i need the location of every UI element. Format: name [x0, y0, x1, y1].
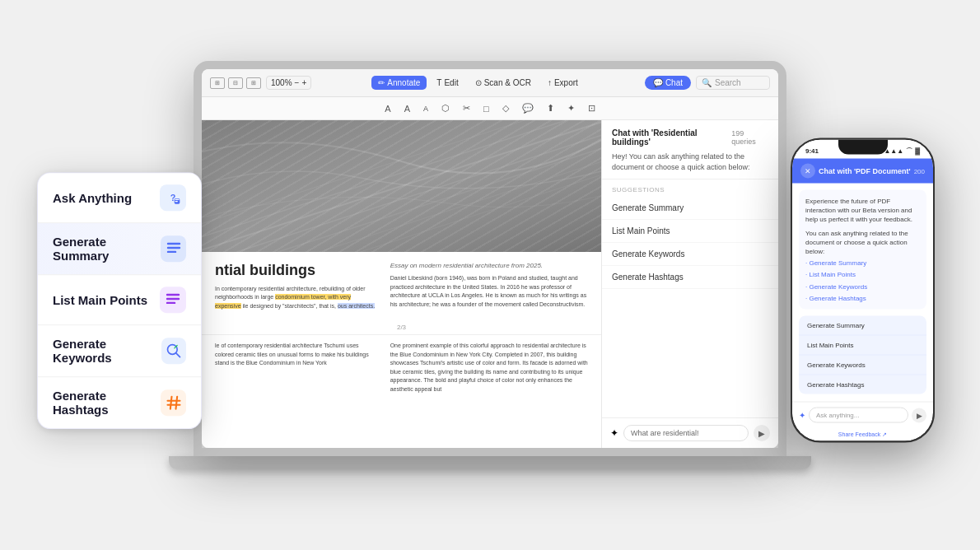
generate-summary-icon: [161, 235, 186, 262]
phone-time: 9:41: [805, 147, 819, 155]
format-clip-icon[interactable]: ✂: [460, 101, 474, 115]
menu-item-list-main-points[interactable]: List Main Points: [38, 275, 201, 325]
phone-suggestions-box: Generate Summary List Main Points Genera…: [799, 315, 926, 394]
export-button[interactable]: ↑ Export: [541, 76, 585, 90]
generate-summary-label: Generate Summary: [53, 235, 161, 263]
svg-rect-18: [166, 298, 180, 300]
toolbar-main-buttons: ✏ Annotate T Edit ⊙ Scan & OCR ↑: [316, 76, 640, 90]
chat-input[interactable]: What are residential!: [623, 425, 749, 441]
zoom-control[interactable]: 100% − +: [266, 76, 311, 90]
architecture-svg: [202, 120, 601, 252]
phone-status-icons: ▲▲▲ ⌒ ▓: [884, 147, 920, 156]
highlighted-text-blue: ous architects.: [338, 303, 375, 309]
menu-item-generate-hashtags[interactable]: Generate Hashtags: [38, 377, 201, 428]
phone-input[interactable]: Ask anything...: [809, 408, 908, 423]
chat-title: Chat with 'Residential buildings': [612, 128, 731, 147]
pdf-area: ntial buildings In contemporary resident…: [202, 120, 778, 448]
phone-link-main-points[interactable]: · List Main Points: [805, 270, 920, 279]
svg-rect-17: [166, 294, 180, 296]
suggestion-list-main-points[interactable]: List Main Points: [602, 220, 778, 243]
menu-item-ask-anything[interactable]: Ask Anything ?: [38, 173, 201, 223]
svg-rect-13: [175, 201, 178, 202]
svg-rect-15: [167, 247, 180, 249]
svg-line-6: [202, 120, 567, 252]
edit-button[interactable]: T Edit: [430, 76, 464, 90]
format-rect-icon[interactable]: □: [480, 102, 492, 115]
pdf-second-left-body: le of contemporary residential architect…: [215, 342, 377, 368]
pdf-text-right: Essay on modern residential architecture…: [390, 262, 588, 310]
format-A-small[interactable]: A: [420, 103, 432, 114]
chat-header: Chat with 'Residential buildings' 199 qu…: [602, 120, 778, 179]
scan-ocr-button[interactable]: ⊙ Scan & OCR: [469, 76, 538, 90]
format-stamp-icon[interactable]: ⬆: [544, 101, 558, 115]
pdf-right-body: Daniel Libeskind (born 1946), was born i…: [390, 274, 588, 309]
phone-input-icon: ✦: [799, 411, 805, 420]
laptop-base: [169, 456, 811, 469]
toolbar-icon-3: ⊞: [246, 77, 261, 89]
suggestion-generate-keywords[interactable]: Generate Keywords: [602, 243, 778, 266]
phone-chat-title: Chat with 'PDF Document': [815, 167, 914, 175]
menu-item-generate-keywords[interactable]: Generate Keywords: [38, 325, 201, 377]
phone-intro-text: Experience the future of PDF interaction…: [805, 197, 920, 225]
list-main-points-icon: [160, 287, 186, 313]
format-shape-icon[interactable]: ◇: [499, 101, 512, 115]
battery-icon: ▓: [915, 147, 920, 155]
share-feedback-link[interactable]: Share Feedback ↗: [838, 431, 887, 438]
zoom-minus[interactable]: −: [295, 78, 300, 87]
chat-button[interactable]: 💬 Chat: [645, 76, 691, 90]
svg-rect-14: [167, 243, 180, 245]
chat-intro: Hey! You can ask anything related to the…: [612, 151, 768, 172]
phone-input-area: ✦ Ask anything... ▶: [792, 402, 933, 428]
chat-input-icon: ✦: [610, 427, 618, 439]
phone-footer: Share Feedback ↗: [792, 428, 933, 441]
format-A-medium[interactable]: A: [401, 102, 413, 115]
phone-screen: 9:41 ▲▲▲ ⌒ ▓ ✕ Chat with 'PDF Document' …: [792, 140, 933, 441]
phone-action-text: You can ask anything related to the docu…: [805, 228, 920, 256]
phone-link-hashtags[interactable]: · Generate Hashtags: [805, 293, 920, 302]
format-eraser-icon[interactable]: ✦: [564, 101, 578, 115]
chat-send-button[interactable]: ▶: [754, 425, 770, 441]
top-toolbar: ⊞ ⊟ ⊞ 100% − + ✏ Annotate: [202, 69, 778, 97]
toolbar-icon-2: ⊟: [228, 77, 243, 89]
phone-link-keywords[interactable]: · Generate Keywords: [805, 282, 920, 291]
pdf-left-body: In contemporary residential architecture…: [215, 285, 377, 311]
pdf-title-text: ntial buildings: [215, 262, 315, 278]
pdf-text-area: ntial buildings In contemporary resident…: [202, 252, 601, 320]
toolbar-right: 💬 Chat 🔍 Search: [645, 76, 770, 90]
phone-close-button[interactable]: ✕: [800, 164, 815, 179]
svg-line-23: [170, 397, 171, 409]
pdf-text-left: ntial buildings In contemporary resident…: [215, 262, 377, 310]
pdf-page-number: 2/3: [202, 320, 601, 334]
ask-anything-icon: ?: [160, 184, 186, 211]
close-icon: ✕: [805, 167, 811, 175]
format-comment-icon[interactable]: 💬: [519, 101, 537, 115]
chat-button-label: Chat: [665, 78, 683, 87]
phone-link-summary[interactable]: · Generate Summary: [805, 259, 920, 268]
zoom-plus[interactable]: +: [301, 78, 306, 87]
format-hex-icon[interactable]: ⬡: [438, 101, 453, 115]
format-A-large[interactable]: A: [381, 102, 394, 115]
phone-suggestion-keywords[interactable]: Generate Keywords: [799, 355, 926, 375]
svg-line-3: [278, 120, 602, 252]
annotate-button[interactable]: ✏ Annotate: [371, 76, 427, 90]
search-box[interactable]: 🔍 Search: [696, 76, 770, 90]
format-select-icon[interactable]: ⊡: [585, 101, 599, 115]
phone-suggestion-hashtags[interactable]: Generate Hashtags: [799, 375, 926, 394]
svg-rect-16: [167, 251, 176, 253]
phone-suggestion-main-points[interactable]: List Main Points: [799, 335, 926, 355]
edit-icon: T: [436, 78, 441, 87]
chat-query-count: 199 queries: [731, 129, 768, 146]
signal-icon: ▲▲▲: [884, 147, 903, 155]
laptop-screen: ⊞ ⊟ ⊞ 100% − + ✏ Annotate: [202, 69, 778, 448]
chat-bubble-icon: 💬: [653, 78, 663, 87]
pdf-second-left: le of contemporary residential architect…: [215, 342, 377, 394]
menu-item-generate-summary[interactable]: Generate Summary: [38, 223, 201, 275]
laptop-body: ⊞ ⊟ ⊞ 100% − + ✏ Annotate: [194, 61, 786, 456]
phone-suggestion-summary[interactable]: Generate Summary: [799, 315, 926, 335]
wifi-icon: ⌒: [906, 147, 912, 156]
pdf-title: ntial buildings: [215, 262, 377, 280]
search-placeholder: Search: [715, 78, 741, 87]
phone-send-button[interactable]: ▶: [912, 408, 926, 422]
suggestion-generate-hashtags[interactable]: Generate Hashtags: [602, 266, 778, 289]
suggestion-generate-summary[interactable]: Generate Summary: [602, 197, 778, 220]
